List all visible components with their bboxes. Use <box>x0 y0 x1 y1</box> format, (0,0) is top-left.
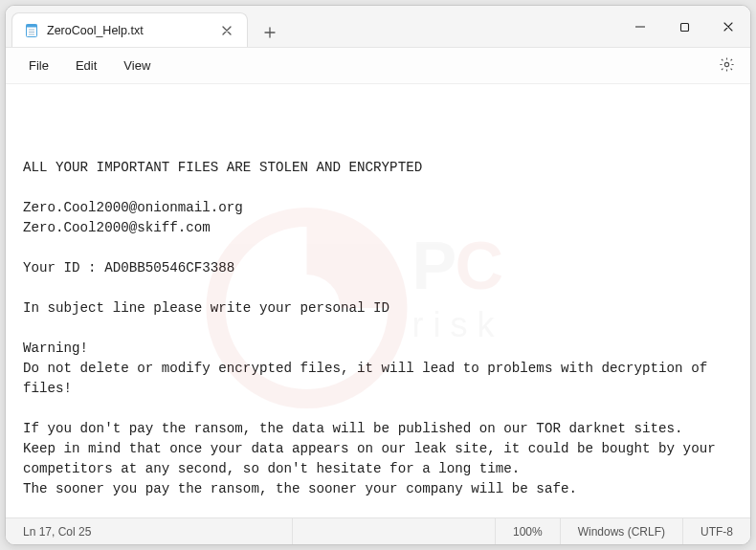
statusbar: Ln 17, Col 25 100% Windows (CRLF) UTF-8 <box>6 517 750 544</box>
status-zoom[interactable]: 100% <box>496 518 561 544</box>
text-line <box>23 238 733 258</box>
text-line: In subject line please write your person… <box>23 298 733 319</box>
text-line: Do not delete or modify encrypted files,… <box>23 359 733 399</box>
notepad-icon <box>24 23 39 38</box>
minimize-button[interactable] <box>618 6 662 48</box>
menu-file[interactable]: File <box>15 53 62 78</box>
text-line: If you don't pay the ransom, the data wi… <box>23 419 733 439</box>
tab-title: ZeroCool_Help.txt <box>47 24 144 37</box>
gear-icon <box>719 56 735 76</box>
text-line: ALL YOUR IMPORTANT FILES ARE STOLEN AND … <box>23 158 733 178</box>
text-line: Zero.Cool2000@skiff.com <box>23 218 733 238</box>
text-line <box>23 499 733 517</box>
close-window-button[interactable] <box>706 6 750 48</box>
menu-edit[interactable]: Edit <box>62 53 110 78</box>
titlebar: ZeroCool_Help.txt <box>6 6 750 48</box>
text-line <box>23 178 733 198</box>
text-line <box>23 319 733 339</box>
text-line: Warning! <box>23 339 733 359</box>
svg-rect-6 <box>680 23 688 31</box>
maximize-button[interactable] <box>662 6 706 48</box>
tab-strip: ZeroCool_Help.txt <box>6 6 284 47</box>
text-line <box>23 278 733 298</box>
text-line: Zero.Cool2000@onionmail.org <box>23 198 733 218</box>
menu-view[interactable]: View <box>110 53 164 78</box>
text-line: The sooner you pay the ransom, the soone… <box>23 479 733 499</box>
notepad-window: ZeroCool_Help.txt File Edit View <box>5 5 751 545</box>
window-controls <box>618 6 750 47</box>
close-tab-icon[interactable] <box>218 22 235 39</box>
status-line-ending: Windows (CRLF) <box>561 518 683 544</box>
svg-rect-1 <box>27 24 37 27</box>
settings-button[interactable] <box>712 52 741 80</box>
text-line: Keep in mind that once your data appears… <box>23 439 733 479</box>
text-line <box>23 399 733 419</box>
document-tab[interactable]: ZeroCool_Help.txt <box>11 12 248 47</box>
status-cursor-position: Ln 17, Col 25 <box>6 518 293 544</box>
text-line: Your ID : AD0BB50546CF3388 <box>23 258 733 278</box>
status-encoding: UTF-8 <box>683 518 750 544</box>
svg-point-7 <box>724 62 728 66</box>
new-tab-button[interactable] <box>256 18 284 47</box>
menubar: File Edit View <box>6 48 750 84</box>
text-editor[interactable]: P C risk ALL YOUR IMPORTANT FILES ARE ST… <box>6 84 750 517</box>
